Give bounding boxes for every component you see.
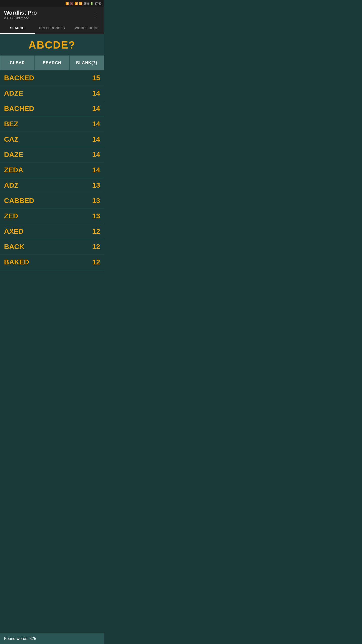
word-row[interactable]: BACHED14: [0, 101, 104, 116]
word-row[interactable]: BACKED15: [0, 70, 104, 86]
search-input-area: [0, 34, 104, 55]
word-row[interactable]: AXED12: [0, 224, 104, 239]
word-row[interactable]: BACK12: [0, 239, 104, 255]
word-row[interactable]: DAZE14: [0, 147, 104, 163]
word-text: ZEDA: [4, 166, 23, 174]
word-text: BACKED: [4, 74, 34, 82]
word-text: BAKED: [4, 258, 29, 266]
word-score: 15: [92, 74, 100, 82]
word-text: ZED: [4, 212, 18, 220]
word-row[interactable]: ADZ13: [0, 178, 104, 193]
word-text: DAZE: [4, 151, 23, 159]
word-score: 12: [92, 258, 100, 266]
tab-word-judge[interactable]: WORD JUDGE: [69, 23, 104, 33]
bluetooth-icon: 📶: [65, 2, 69, 5]
battery-icon: 🔋: [90, 2, 94, 5]
word-score: 14: [92, 151, 100, 159]
word-text: BACHED: [4, 105, 34, 113]
battery-text: 95%: [83, 2, 89, 5]
word-score: 14: [92, 89, 100, 97]
word-list: BACKED15ADZE14BACHED14BEZ14CAZ14DAZE14ZE…: [0, 70, 104, 270]
mute-icon: 🔇: [70, 2, 73, 5]
word-row[interactable]: ZED13: [0, 209, 104, 224]
status-bar: 📶 🔇 📶 📶 95% 🔋 17:53: [0, 0, 104, 7]
overflow-menu-button[interactable]: ⋮: [90, 10, 100, 19]
tab-search[interactable]: SEARCH: [0, 23, 35, 33]
app-title-block: Wordlist Pro v3.08 [Unlimited]: [4, 10, 37, 20]
word-text: CAZ: [4, 135, 19, 143]
word-text: ADZE: [4, 89, 23, 97]
word-text: AXED: [4, 227, 24, 235]
search-input[interactable]: [4, 39, 100, 51]
word-row[interactable]: BEZ14: [0, 116, 104, 132]
word-row[interactable]: BAKED12: [0, 255, 104, 270]
blank-button[interactable]: BLANK(?): [69, 55, 104, 70]
time-display: 17:53: [95, 2, 102, 5]
app-bar: Wordlist Pro v3.08 [Unlimited] ⋮: [0, 7, 104, 23]
word-row[interactable]: CAZ14: [0, 132, 104, 147]
word-text: BEZ: [4, 120, 18, 128]
word-text: BACK: [4, 243, 24, 251]
word-score: 12: [92, 227, 100, 235]
word-row[interactable]: ZEDA14: [0, 163, 104, 178]
word-score: 14: [92, 166, 100, 174]
app-title: Wordlist Pro: [4, 10, 37, 16]
word-score: 14: [92, 120, 100, 128]
action-buttons: CLEAR SEARCH BLANK(?): [0, 55, 104, 70]
word-score: 13: [92, 197, 100, 205]
search-button[interactable]: SEARCH: [35, 55, 69, 70]
tab-preferences[interactable]: PREFERENCES: [35, 23, 69, 33]
word-score: 14: [92, 135, 100, 143]
wifi-icon: 📶: [74, 2, 78, 5]
word-row[interactable]: CABBED13: [0, 193, 104, 209]
clear-button[interactable]: CLEAR: [0, 55, 35, 70]
app-subtitle: v3.08 [Unlimited]: [4, 16, 37, 20]
word-score: 13: [92, 181, 100, 189]
word-text: ADZ: [4, 181, 19, 189]
word-text: CABBED: [4, 197, 34, 205]
signal-icon: 📶: [79, 2, 82, 5]
word-score: 14: [92, 105, 100, 113]
word-score: 13: [92, 212, 100, 220]
tab-bar: SEARCH PREFERENCES WORD JUDGE: [0, 23, 104, 34]
word-row[interactable]: ADZE14: [0, 86, 104, 101]
word-score: 12: [92, 243, 100, 251]
status-icons: 📶 🔇 📶 📶 95% 🔋 17:53: [65, 2, 102, 5]
